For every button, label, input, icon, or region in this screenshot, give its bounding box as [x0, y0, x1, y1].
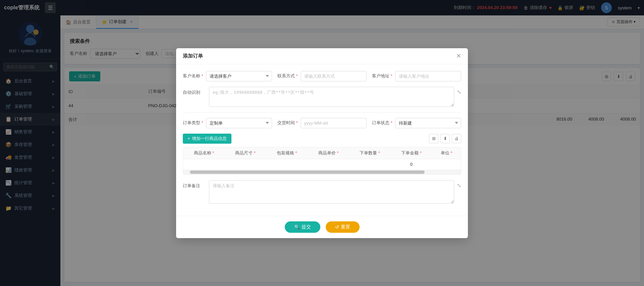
modal-delivery-field: 交货时间 * [277, 118, 367, 128]
modal-title: 添加订单 [183, 53, 203, 59]
product-table-wrapper: 商品名称 * 商品尺寸 * 包装规格 * 商品单价 * 下单数量 * 下单金额 … [183, 147, 461, 175]
modal-address-input[interactable] [395, 71, 461, 81]
modal-reset-button[interactable]: ↺ 重置 [326, 221, 360, 233]
add-row-icon: + [187, 136, 190, 141]
add-product-row-button[interactable]: + 增加一行商品信息 [183, 134, 231, 144]
product-download-button[interactable]: ⬇ [440, 134, 450, 143]
modal-status-select[interactable]: 待新建 [395, 118, 461, 128]
product-col-pack: 包装规格 * [266, 147, 308, 159]
product-cell-amount: 0 [391, 159, 432, 169]
product-cell-name [183, 159, 225, 169]
add-order-modal: 添加订单 ✕ 客户名称 * 请选择客户 联系方式 * 客户地址 * [176, 48, 468, 238]
modal-notes-label: 订单备注 [183, 180, 206, 189]
modal-order-type-select[interactable]: 定制单 [206, 118, 272, 128]
modal-overlay: 添加订单 ✕ 客户名称 * 请选择客户 联系方式 * 客户地址 * [0, 0, 644, 286]
product-table-scrollbar[interactable] [183, 170, 461, 174]
modal-notes-textarea[interactable] [209, 180, 454, 204]
submit-label: 提交 [302, 224, 311, 230]
product-cell-qty [349, 159, 391, 169]
modal-auto-textarea[interactable] [209, 87, 454, 107]
form-row-1: 客户名称 * 请选择客户 联系方式 * 客户地址 * [183, 71, 461, 81]
modal-notes-field: 订单备注 ⤡ [183, 180, 461, 204]
modal-customer-select[interactable]: 请选择客户 [206, 71, 272, 81]
product-cell-price [308, 159, 349, 169]
product-cell-pack [266, 159, 308, 169]
product-col-unit: 单位 * [432, 147, 461, 159]
add-row-label: 增加一行商品信息 [192, 136, 227, 142]
modal-auto-resize-icon: ⤡ [457, 87, 461, 95]
modal-auto-field: 自动识别 ⤡ [183, 87, 461, 107]
product-print-button[interactable]: 🖨 [452, 134, 461, 143]
modal-body: 客户名称 * 请选择客户 联系方式 * 客户地址 * 自动识别 [176, 64, 468, 216]
product-row: 0 [183, 159, 461, 169]
modal-status-field: 订单状态 * 待新建 [372, 118, 461, 128]
notes-resize-icon: ⤡ [457, 180, 461, 189]
product-col-size: 商品尺寸 * [225, 147, 266, 159]
modal-address-label: 客户地址 * [372, 73, 392, 79]
modal-header: 添加订单 ✕ [176, 48, 468, 64]
modal-customer-label: 客户名称 * [183, 73, 203, 79]
modal-footer: 🔍 提交 ↺ 重置 [176, 216, 468, 238]
modal-order-type-field: 订单类型 * 定制单 [183, 118, 272, 128]
product-col-name: 商品名称 * [183, 147, 225, 159]
product-cell-size [225, 159, 266, 169]
product-grid-button[interactable]: ⊞ [429, 134, 438, 143]
reset-label: 重置 [341, 224, 350, 230]
product-table: 商品名称 * 商品尺寸 * 包装规格 * 商品单价 * 下单数量 * 下单金额 … [183, 147, 461, 170]
modal-contact-label: 联系方式 * [277, 73, 298, 79]
modal-submit-button[interactable]: 🔍 提交 [285, 221, 320, 233]
product-col-price: 商品单价 * [308, 147, 349, 159]
scrollbar-thumb [190, 170, 425, 174]
modal-order-type-label: 订单类型 * [183, 120, 203, 126]
modal-auto-label: 自动识别 [183, 87, 206, 95]
product-toolbar: + 增加一行商品信息 ⊞ ⬇ 🖨 [183, 134, 461, 144]
modal-customer-field: 客户名称 * 请选择客户 [183, 71, 272, 81]
modal-delivery-input[interactable] [301, 118, 367, 128]
section-divider-1 [183, 112, 461, 113]
modal-close-button[interactable]: ✕ [456, 53, 461, 59]
product-icon-buttons: ⊞ ⬇ 🖨 [429, 134, 461, 143]
form-row-2: 订单类型 * 定制单 交货时间 * 订单状态 * 待新建 [183, 118, 461, 128]
submit-icon: 🔍 [294, 224, 300, 230]
modal-contact-field: 联系方式 * [277, 71, 367, 81]
reset-icon: ↺ [335, 224, 339, 230]
product-col-amount: 下单金额 * [391, 147, 432, 159]
modal-status-label: 订单状态 * [372, 120, 392, 126]
modal-address-field: 客户地址 * [372, 71, 461, 81]
modal-delivery-label: 交货时间 * [277, 120, 298, 126]
product-cell-unit [432, 159, 461, 169]
product-col-qty: 下单数量 * [349, 147, 391, 159]
modal-contact-input[interactable] [301, 71, 367, 81]
